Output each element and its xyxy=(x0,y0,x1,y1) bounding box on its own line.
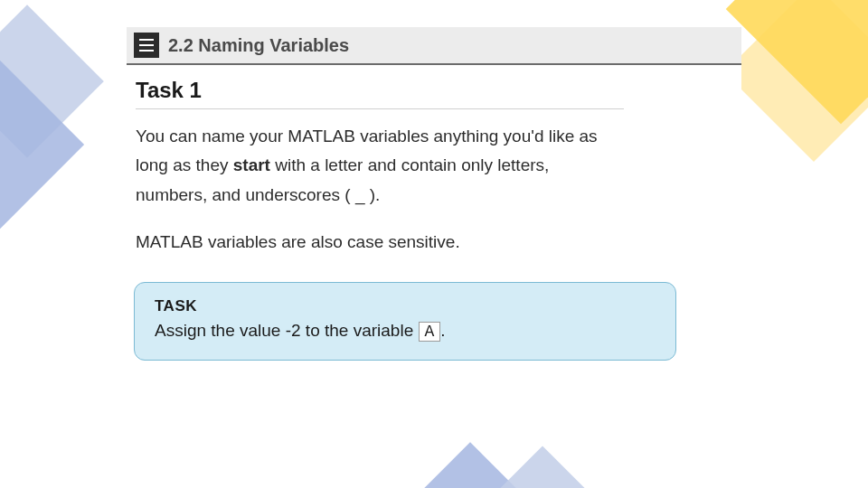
task-paragraph-2: MATLAB variables are also case sensitive… xyxy=(136,228,624,257)
task-heading: Task 1 xyxy=(136,78,624,109)
hamburger-menu-icon[interactable] xyxy=(134,33,159,58)
section-header: 2.2 Naming Variables xyxy=(127,27,741,65)
text-run: . xyxy=(440,321,445,340)
bold-word-start: start xyxy=(233,155,270,174)
lesson-panel: 2.2 Naming Variables Task 1 You can name… xyxy=(127,27,741,361)
text-run: Assign the value -2 to the variable xyxy=(155,321,419,340)
task-box-label: TASK xyxy=(155,297,656,315)
lesson-content: Task 1 You can name your MATLAB variable… xyxy=(127,65,633,361)
task-callout-box: TASK Assign the value -2 to the variable… xyxy=(134,282,676,361)
variable-code: A xyxy=(419,322,441,342)
section-title: 2.2 Naming Variables xyxy=(168,35,349,56)
task-box-instruction: Assign the value -2 to the variable A. xyxy=(155,321,656,342)
task-paragraph-1: You can name your MATLAB variables anyth… xyxy=(136,122,624,210)
decoration-square xyxy=(491,446,593,488)
